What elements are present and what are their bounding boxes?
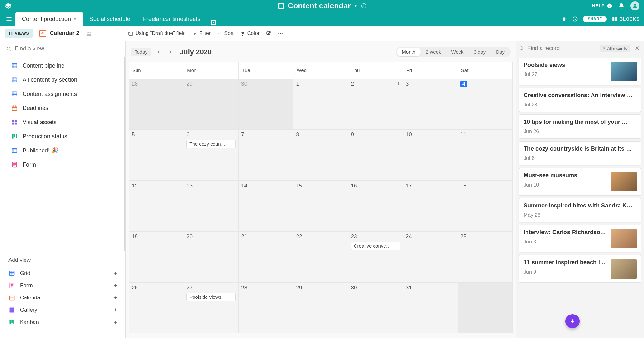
- calendar-day-cell[interactable]: 3: [403, 79, 458, 130]
- add-event-icon[interactable]: +: [397, 81, 400, 87]
- calendar-day-cell[interactable]: 28: [129, 79, 184, 130]
- calendar-event[interactable]: The cozy coun…: [186, 140, 236, 148]
- calendar-event[interactable]: Poolside views: [186, 293, 236, 301]
- calendar-day-cell[interactable]: 18: [458, 181, 513, 232]
- bell-icon[interactable]: [618, 3, 625, 9]
- sidebar-view-item[interactable]: Content assignments: [8, 87, 119, 101]
- caret-down-icon[interactable]: ▼: [354, 4, 358, 8]
- calendar-event[interactable]: Creative conve…: [351, 242, 400, 250]
- calendar-day-cell[interactable]: 23Creative conve…: [348, 232, 403, 283]
- filter-button[interactable]: Filter: [192, 31, 211, 36]
- calendar-day-cell[interactable]: 12: [129, 181, 184, 232]
- sidebar-view-item[interactable]: Published! 🎉: [8, 143, 119, 158]
- app-logo-icon[interactable]: [5, 2, 12, 10]
- add-table-button[interactable]: [211, 20, 216, 26]
- color-button[interactable]: Color: [240, 31, 260, 36]
- record-card[interactable]: 11 summer inspired beach l…Jun 9: [519, 255, 641, 283]
- calendar-day-cell[interactable]: 5: [129, 130, 184, 181]
- calendar-day-cell[interactable]: 2+: [348, 79, 403, 130]
- calendar-day-cell[interactable]: 30: [348, 283, 403, 334]
- sort-button[interactable]: Sort: [217, 31, 233, 36]
- record-card[interactable]: Creative conversations: An interview …Ju…: [519, 88, 641, 112]
- today-button[interactable]: Today: [131, 48, 151, 56]
- help-button[interactable]: HELP ?: [592, 3, 612, 9]
- sidebar-view-item[interactable]: Deadlines: [8, 101, 119, 115]
- table-tab[interactable]: Content production▼: [15, 12, 83, 26]
- calendar-day-cell[interactable]: 20: [184, 232, 239, 283]
- view-name[interactable]: Calendar 2: [50, 30, 79, 37]
- find-record-input[interactable]: [527, 45, 596, 51]
- calendar-day-cell[interactable]: 29: [293, 283, 348, 334]
- calendar-day-cell[interactable]: 4: [458, 79, 513, 130]
- sidebar-view-item[interactable]: All content by section: [8, 73, 119, 87]
- calendar-day-cell[interactable]: 7: [239, 130, 293, 181]
- trash-icon[interactable]: [561, 16, 567, 22]
- table-tab[interactable]: Freelancer timesheets: [137, 12, 207, 26]
- calendar-day-cell[interactable]: 13: [184, 181, 239, 232]
- svg-point-2: [364, 5, 364, 5]
- sidebar-view-item[interactable]: Visual assets: [8, 115, 119, 129]
- add-view-option[interactable]: Grid+: [8, 267, 117, 279]
- calendar-day-cell[interactable]: 11: [458, 130, 513, 181]
- record-card[interactable]: Poolside viewsJul 27: [519, 58, 641, 85]
- calendar-day-cell[interactable]: 29: [184, 79, 239, 130]
- record-card[interactable]: The cozy countryside is Britain at its ……: [519, 141, 641, 165]
- add-view-option[interactable]: Form+: [8, 279, 117, 292]
- calendar-day-cell[interactable]: 24: [403, 232, 458, 283]
- range-option[interactable]: Month: [397, 48, 421, 56]
- calendar-day-cell[interactable]: 9: [348, 130, 403, 181]
- calendar-day-cell[interactable]: 19: [129, 232, 184, 283]
- add-view-option[interactable]: Kanban+: [8, 316, 117, 328]
- record-card[interactable]: Summer-inspired bites with Sandra K…May …: [519, 198, 641, 222]
- calendar-day-cell[interactable]: 8: [293, 130, 348, 181]
- calendar-day-cell[interactable]: 30: [239, 79, 293, 130]
- more-options-icon[interactable]: [278, 31, 283, 36]
- blocks-button[interactable]: BLOCKS: [612, 16, 639, 22]
- share-view-icon[interactable]: [266, 31, 271, 36]
- all-records-dropdown[interactable]: ▼ All records: [600, 45, 630, 52]
- collaborators-icon[interactable]: [86, 30, 93, 37]
- calendar-day-cell[interactable]: 1: [293, 79, 348, 130]
- calendar-day-cell[interactable]: 16: [348, 181, 403, 232]
- record-card[interactable]: 10 tips for making the most of your …Jun…: [519, 114, 641, 139]
- views-toggle-button[interactable]: VIEWS: [5, 29, 33, 38]
- share-button[interactable]: SHARE: [583, 16, 607, 22]
- calendar-day-cell[interactable]: 1: [458, 283, 513, 334]
- add-view-option[interactable]: Calendar+: [8, 292, 117, 304]
- menu-icon[interactable]: [6, 16, 12, 22]
- close-icon[interactable]: ✕: [633, 45, 641, 52]
- history-icon[interactable]: [572, 16, 578, 22]
- sidebar-view-item[interactable]: Production status: [8, 129, 119, 143]
- calendar-day-cell[interactable]: 21: [239, 232, 293, 283]
- date-field-selector[interactable]: Using "Draft due" field: [128, 31, 185, 36]
- calendar-day-cell[interactable]: 14: [239, 181, 293, 232]
- calendar-day-cell[interactable]: 26: [129, 283, 184, 334]
- range-option[interactable]: 2 week: [421, 48, 446, 56]
- table-tab[interactable]: Social schedule: [83, 12, 137, 26]
- range-option[interactable]: 3 day: [469, 48, 491, 56]
- record-card[interactable]: Must-see museumsJun 10: [519, 168, 641, 196]
- svg-point-27: [280, 33, 281, 34]
- add-record-fab[interactable]: +: [565, 314, 580, 328]
- calendar-day-cell[interactable]: 25: [458, 232, 513, 283]
- sidebar-view-item[interactable]: Content pipeline: [8, 59, 119, 73]
- range-option[interactable]: Week: [446, 48, 469, 56]
- calendar-day-cell[interactable]: 22: [293, 232, 348, 283]
- calendar-day-cell[interactable]: 28: [239, 283, 293, 334]
- range-option[interactable]: Day: [491, 48, 510, 56]
- calendar-day-cell[interactable]: 15: [293, 181, 348, 232]
- calendar-day-cell[interactable]: 27Poolside views: [184, 283, 239, 334]
- record-card[interactable]: Interview: Carlos Richardso…Jun 3: [519, 225, 641, 252]
- base-title[interactable]: Content calendar: [288, 1, 351, 10]
- calendar-day-cell[interactable]: 31: [403, 283, 458, 334]
- prev-month-button[interactable]: [155, 49, 163, 56]
- sidebar-view-item[interactable]: Form: [8, 158, 119, 172]
- find-view-input[interactable]: [15, 45, 119, 52]
- add-view-option[interactable]: Gallery+: [8, 304, 117, 316]
- info-icon[interactable]: [361, 3, 366, 9]
- calendar-day-cell[interactable]: 17: [403, 181, 458, 232]
- calendar-day-cell[interactable]: 10: [403, 130, 458, 181]
- user-avatar[interactable]: [630, 1, 639, 10]
- calendar-day-cell[interactable]: 6The cozy coun…: [184, 130, 239, 181]
- next-month-button[interactable]: [166, 49, 175, 56]
